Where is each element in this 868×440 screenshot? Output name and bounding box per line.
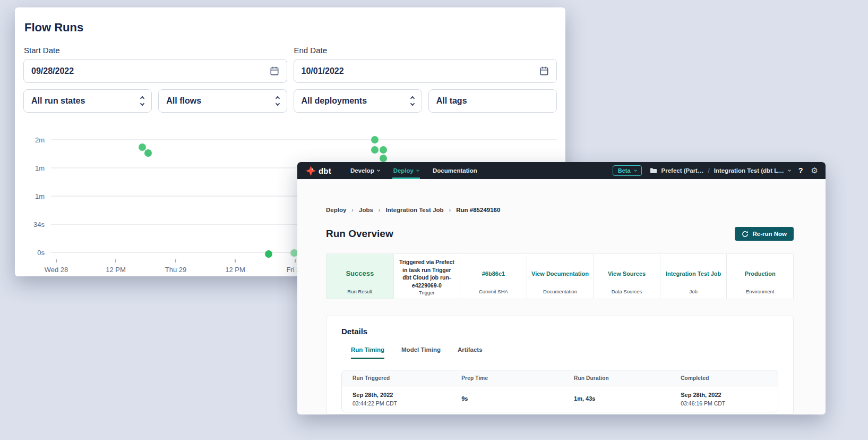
run-states-select[interactable]: All run states (23, 89, 152, 113)
tab-run-timing[interactable]: Run Timing (351, 346, 384, 359)
run-result-label: Run Result (347, 289, 372, 294)
job-label: Job (689, 289, 697, 294)
flow-run-point[interactable] (380, 155, 387, 162)
tab-artifacts[interactable]: Artifacts (458, 346, 483, 359)
flows-select[interactable]: All flows (158, 89, 287, 113)
x-axis-tick-label: Thu 29 (165, 266, 186, 274)
account-project-label: Prefect (Part… (661, 167, 704, 174)
nav-develop[interactable]: Develop (350, 162, 380, 179)
table-row: Sep 28th, 2022 03:44:22 PM CDT 9s 1m, 43… (342, 386, 778, 412)
environment-card: Production Environment (726, 254, 793, 299)
run-summary-cards: Success Run Result Triggered via Prefect… (326, 253, 794, 299)
deployments-select[interactable]: All deployments (294, 89, 422, 113)
gear-icon[interactable]: ⚙ (811, 166, 818, 175)
run-timing-table: Run Triggered Prep Time Run Duration Com… (341, 370, 778, 412)
completed-date: Sep 28th, 2022 (681, 392, 778, 399)
start-date-group: Start Date 09/28/2022 (23, 46, 287, 83)
help-icon[interactable]: ? (798, 166, 803, 175)
select-stepper-icon (141, 97, 144, 105)
col-completed: Completed (670, 375, 778, 381)
dbt-brand-text: dbt (319, 166, 331, 175)
breadcrumb-job-name[interactable]: Integration Test Job (386, 207, 444, 213)
cell-prep-time: 9s (451, 395, 563, 402)
breadcrumb-jobs[interactable]: Jobs (359, 207, 373, 213)
beta-label: Beta (618, 167, 631, 174)
run-result-card: Success Run Result (326, 254, 393, 299)
commit-sha-link[interactable]: #6b86c1 (482, 258, 505, 289)
calendar-icon[interactable] (270, 66, 279, 76)
cell-completed: Sep 28th, 2022 03:46:16 PM CDT (670, 392, 778, 407)
flow-run-point[interactable] (371, 136, 379, 143)
start-date-input[interactable]: 09/28/2022 (23, 59, 287, 83)
details-card: Details Run Timing Model Timing Artifact… (326, 316, 794, 414)
documentation-label: Documentation (543, 289, 577, 294)
breadcrumb: Deploy › Jobs › Integration Test Job › R… (326, 207, 794, 213)
x-axis-tick-label: Wed 28 (45, 266, 68, 274)
flow-run-point[interactable] (265, 250, 272, 258)
flow-run-point[interactable] (380, 146, 387, 154)
job-card: Integration Test Job Job (660, 254, 727, 299)
flow-run-point[interactable] (144, 149, 152, 157)
folder-icon (650, 167, 657, 174)
nav-documentation-label: Documentation (433, 167, 477, 174)
nav-deploy-label: Deploy (393, 167, 414, 174)
account-env-label: Integration Test (dbt L… (714, 167, 784, 174)
select-stepper-icon (411, 97, 414, 105)
y-axis-tick-label: 0s (37, 249, 45, 257)
run-states-value: All run states (31, 96, 85, 106)
environment-link[interactable]: Production (745, 258, 776, 289)
run-triggered-time: 03:44:22 PM CDT (353, 400, 451, 407)
table-header-row: Run Triggered Prep Time Run Duration Com… (342, 370, 778, 386)
dbt-logo-icon (306, 166, 316, 176)
environment-label: Environment (746, 289, 774, 294)
view-documentation-link[interactable]: View Documentation (531, 258, 589, 289)
date-filter-row: Start Date 09/28/2022 End Date 10/01/202… (23, 46, 557, 83)
nav-documentation[interactable]: Documentation (433, 162, 477, 179)
path-separator: / (708, 167, 709, 174)
run-result-value: Success (346, 258, 374, 289)
tab-model-timing[interactable]: Model Timing (401, 346, 441, 359)
view-sources-link[interactable]: View Sources (608, 258, 646, 289)
rerun-now-button[interactable]: Re-run Now (735, 227, 794, 241)
filter-selects-row: All run states All flows All deployments… (23, 89, 557, 113)
breadcrumb-separator: › (351, 207, 354, 213)
deployments-value: All deployments (302, 96, 367, 106)
documentation-card: View Documentation Documentation (527, 254, 594, 299)
dbt-top-nav: dbt Develop Deploy Documentation Beta Pr… (297, 162, 826, 179)
select-stepper-icon (276, 97, 279, 105)
x-axis-tick-label: 12 PM (106, 266, 126, 274)
nav-develop-label: Develop (350, 167, 374, 174)
account-project-switcher[interactable]: Prefect (Part… / Integration Test (dbt L… (650, 167, 790, 174)
breadcrumb-deploy[interactable]: Deploy (326, 207, 346, 213)
end-date-group: End Date 10/01/2022 (294, 46, 557, 83)
chevron-down-icon (788, 168, 791, 172)
flow-run-point[interactable] (371, 146, 379, 154)
job-link[interactable]: Integration Test Job (666, 258, 721, 289)
run-triggered-date: Sep 28th, 2022 (353, 392, 451, 399)
details-tabs: Run Timing Model Timing Artifacts (351, 346, 778, 359)
calendar-icon[interactable] (539, 66, 549, 76)
dbt-home-link[interactable]: dbt (306, 166, 331, 176)
col-run-duration: Run Duration (563, 375, 670, 381)
y-axis-tick-label: 34s (33, 221, 45, 229)
beta-toggle[interactable]: Beta (613, 165, 642, 176)
flow-runs-title: Flow Runs (24, 20, 557, 35)
rerun-now-label: Re-run Now (752, 231, 787, 237)
start-date-value: 09/28/2022 (31, 66, 74, 76)
flow-run-point[interactable] (139, 143, 146, 151)
tags-select[interactable]: All tags (428, 89, 557, 113)
chevron-down-icon (416, 168, 419, 172)
data-sources-label: Data Sources (612, 289, 642, 294)
chevron-down-icon (634, 168, 637, 172)
chevron-down-icon (377, 168, 380, 172)
end-date-input[interactable]: 10/01/2022 (294, 59, 557, 83)
start-date-label: Start Date (24, 46, 287, 55)
data-sources-card: View Sources Data Sources (593, 254, 660, 299)
nav-deploy[interactable]: Deploy (393, 162, 419, 179)
cell-run-duration: 1m, 43s (563, 395, 670, 402)
flow-run-point[interactable] (290, 249, 298, 257)
dbt-body: Deploy › Jobs › Integration Test Job › R… (297, 207, 826, 414)
tags-value: All tags (436, 96, 467, 106)
end-date-label: End Date (294, 46, 557, 55)
page-title: Run Overview (326, 228, 393, 240)
